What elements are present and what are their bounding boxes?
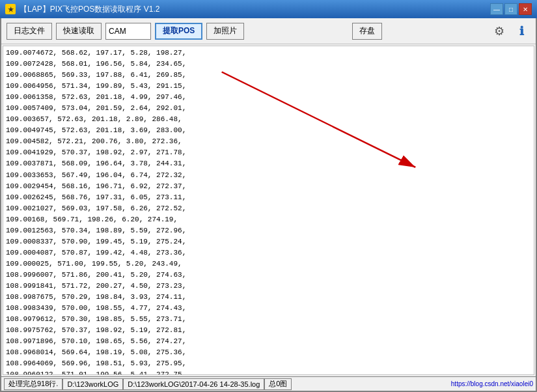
log-line: 108.9960122, 571.01, 199.56, 5.41, 272.7…: [6, 369, 531, 375]
toolbar: 日志文件 快速读取 提取POS 加照片 存盘 ⚙ ℹ: [1, 18, 536, 44]
log-line: 109.000025, 571.00, 199.55, 5.20, 243.49…: [6, 259, 531, 270]
status-log-path: D:\123workLOG: [62, 378, 123, 390]
status-count: 总0图: [264, 378, 292, 390]
window-frame: 日志文件 快速读取 提取POS 加照片 存盘 ⚙ ℹ 109.0074672, …: [0, 18, 537, 392]
log-line: 109.0057409, 573.04, 201.59, 2.64, 292.0…: [6, 103, 531, 114]
log-line: 109.0049745, 572.63, 201.18, 3.69, 283.0…: [6, 125, 531, 136]
title-bar: ★ 【LAP】PIX飞控POS数据读取程序 V1.2 — □ ✕: [0, 0, 537, 18]
gear-icon: ⚙: [494, 24, 504, 38]
log-line: 108.9968014, 569.64, 198.19, 5.08, 275.3…: [6, 347, 531, 358]
log-line: 108.9964069, 569.96, 198.51, 5.93, 275.9…: [6, 358, 531, 369]
window-controls: — □ ✕: [490, 3, 532, 15]
content-area: 109.0074672, 568.62, 197.17, 5.28, 198.2…: [1, 44, 536, 376]
maximize-button[interactable]: □: [504, 3, 517, 15]
log-line: 109.0074672, 568.62, 197.17, 5.28, 198.2…: [6, 48, 531, 59]
log-line: 109.0061358, 572.63, 201.18, 4.99, 297.4…: [6, 92, 531, 103]
log-line: 108.9975762, 570.37, 198.92, 5.19, 272.8…: [6, 325, 531, 336]
log-line: 109.0021027, 569.03, 197.58, 6.26, 272.5…: [6, 203, 531, 214]
log-line: 109.004582, 572.21, 200.76, 3.80, 272.36…: [6, 136, 531, 147]
minimize-button[interactable]: —: [490, 3, 503, 15]
status-website: https://blog.csdn.net/xiaolei0: [451, 380, 533, 387]
add-photo-button[interactable]: 加照片: [206, 23, 244, 40]
log-line: 108.9971896, 570.10, 198.65, 5.56, 274.2…: [6, 336, 531, 347]
log-line: 109.003657, 572.63, 201.18, 2.89, 286.48…: [6, 114, 531, 125]
log-file-button[interactable]: 日志文件: [7, 23, 52, 40]
quick-read-button[interactable]: 快速读取: [56, 23, 102, 40]
log-line: 109.0004087, 570.87, 199.42, 4.48, 273.3…: [6, 247, 531, 259]
close-button[interactable]: ✕: [519, 3, 532, 15]
info-button[interactable]: ℹ: [512, 22, 530, 40]
log-line: 108.9991841, 571.72, 200.27, 4.50, 273.2…: [6, 281, 531, 292]
log-line: 109.0029454, 568.16, 196.71, 6.92, 272.3…: [6, 181, 531, 192]
log-line: 109.0041929, 570.37, 198.92, 2.97, 271.7…: [6, 147, 531, 158]
fetch-pos-button[interactable]: 提取POS: [155, 23, 202, 40]
log-line: 109.0072428, 568.01, 196.56, 5.84, 234.6…: [6, 59, 531, 70]
log-line: 108.9979612, 570.30, 198.85, 5.55, 273.7…: [6, 314, 531, 325]
log-line: 109.0008337, 570.90, 199.45, 5.19, 275.2…: [6, 236, 531, 247]
log-line: 109.0033653, 567.49, 196.04, 6.74, 272.3…: [6, 170, 531, 181]
info-icon: ℹ: [519, 24, 524, 38]
log-line: 108.9996007, 571.86, 200.41, 5.20, 274.6…: [6, 270, 531, 281]
cam-input[interactable]: [105, 23, 151, 40]
status-bar: 处理完总918行. D:\123workLOG D:\123workLOG\20…: [1, 376, 536, 391]
app-icon: ★: [5, 4, 16, 14]
log-line: 108.9983439, 570.00, 198.55, 4.77, 274.4…: [6, 303, 531, 314]
window-title: 【LAP】PIX飞控POS数据读取程序 V1.2: [20, 4, 490, 15]
log-line: 109.0037871, 568.09, 196.64, 3.78, 244.3…: [6, 158, 531, 169]
save-button[interactable]: 存盘: [352, 23, 382, 40]
log-line: 109.0026245, 568.76, 197.31, 6.05, 273.1…: [6, 192, 531, 203]
log-text-area[interactable]: 109.0074672, 568.62, 197.17, 5.28, 198.2…: [3, 46, 534, 375]
log-line: 109.00168, 569.71, 198.26, 6.20, 274.19,: [6, 214, 531, 225]
log-line: 108.9987675, 570.29, 198.84, 3.93, 274.1…: [6, 292, 531, 303]
status-file-path: D:\123workLOG\2017-04-26 14-28-35.log: [123, 378, 264, 390]
gear-button[interactable]: ⚙: [490, 22, 508, 40]
log-line: 109.0012563, 570.34, 198.89, 5.59, 272.9…: [6, 225, 531, 236]
log-line: 109.0068865, 569.33, 197.88, 6.41, 269.8…: [6, 70, 531, 81]
log-line: 109.0064956, 571.34, 199.89, 5.43, 291.1…: [6, 81, 531, 92]
status-processing: 处理完总918行.: [4, 378, 62, 390]
